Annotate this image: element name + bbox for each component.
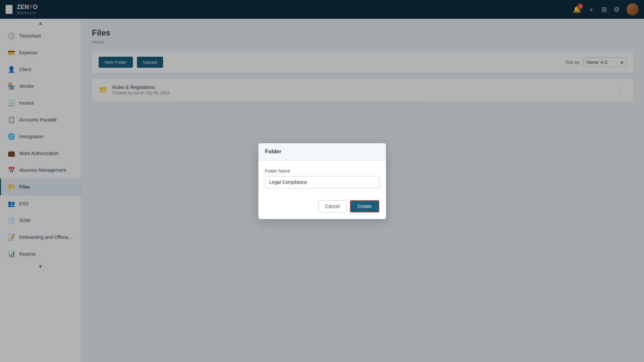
folder-name-label: Folder Name xyxy=(265,168,379,173)
modal-overlay: Folder Folder Name Cancel Create xyxy=(0,0,644,362)
cancel-button[interactable]: Cancel xyxy=(318,200,347,212)
create-button[interactable]: Create xyxy=(350,200,379,212)
modal-footer: Cancel Create xyxy=(258,196,386,219)
folder-modal: Folder Folder Name Cancel Create xyxy=(258,143,386,219)
modal-body: Folder Name xyxy=(258,160,386,196)
folder-name-input[interactable] xyxy=(265,176,379,188)
modal-header: Folder xyxy=(258,143,386,160)
